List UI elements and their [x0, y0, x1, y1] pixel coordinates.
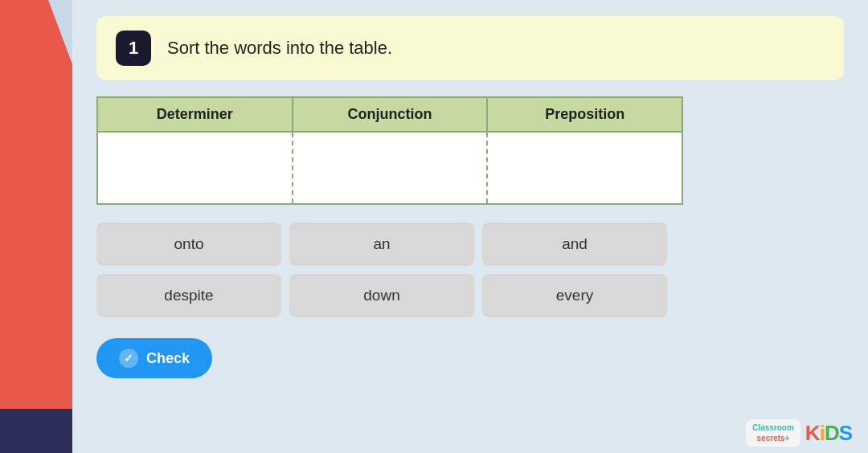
col-header-determiner: Determiner [97, 97, 293, 132]
check-button-label: Check [146, 350, 190, 367]
word-btn-despite[interactable]: despite [96, 274, 281, 317]
kids-s: S [839, 421, 852, 445]
question-number: 1 [116, 31, 151, 66]
logo-area: Classroom secrets+ KiDS [746, 419, 852, 447]
classroom-text: Classroom [752, 423, 794, 432]
kids-d: D [825, 421, 839, 445]
kids-k: K [805, 421, 820, 445]
kids-logo: KiDS [805, 421, 852, 446]
col-header-conjunction: Conjunction [293, 97, 488, 132]
word-btn-onto[interactable]: onto [96, 222, 281, 266]
word-btn-an[interactable]: an [289, 222, 474, 266]
check-button[interactable]: ✓ Check [96, 338, 212, 378]
classroom-secrets-logo: Classroom secrets+ [746, 419, 800, 447]
col-header-preposition: Preposition [487, 97, 682, 132]
main-content: 1 Sort the words into the table. Determi… [72, 0, 868, 453]
drop-zone-conjunction[interactable] [293, 132, 488, 204]
word-btn-down[interactable]: down [289, 274, 474, 317]
word-buttons-grid: onto an and despite down every [96, 222, 844, 317]
drop-zone-preposition[interactable] [487, 132, 682, 204]
word-btn-and[interactable]: and [482, 222, 667, 266]
drop-zone-determiner[interactable] [97, 132, 293, 204]
sort-table: Determiner Conjunction Preposition [96, 96, 683, 205]
secrets-text: secrets [757, 434, 785, 443]
check-icon: ✓ [119, 349, 138, 368]
plus-text: + [785, 434, 790, 443]
question-header: 1 Sort the words into the table. [96, 16, 844, 80]
word-btn-every[interactable]: every [482, 274, 667, 317]
question-text: Sort the words into the table. [167, 38, 392, 59]
